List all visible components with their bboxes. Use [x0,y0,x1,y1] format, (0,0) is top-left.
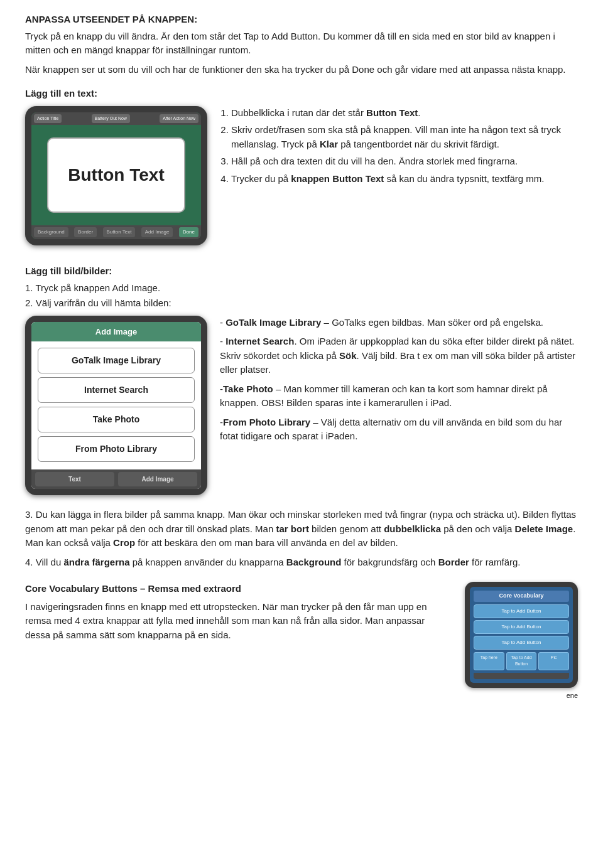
option-from-library[interactable]: From Photo Library [38,436,195,462]
bild-instruction-gotalk: - GoTalk Image Library – GoTalks egen bi… [220,316,578,330]
toolbar-btn-after: After Action New [160,114,198,124]
core-vocab-bottom-strip [474,673,569,679]
add-image-header: Add Image [31,322,201,342]
option-internet[interactable]: Internet Search [38,377,195,403]
core-vocab-btn-1: Tap to Add Button [474,604,569,618]
lagg-text-heading: Lägg till en text: [25,87,578,101]
core-vocab-btn-2: Tap to Add Button [474,620,569,634]
para2: När knappen ser ut som du vill och har d… [25,63,578,77]
bottom-btn-border: Border [74,227,97,237]
button-text-preview: Button Text [47,137,185,213]
bottom-btn-button-text: Button Text [103,227,136,237]
text-instruction-3: Håll på och dra texten dit du vill ha de… [231,154,578,169]
add-image-screen: Add Image GoTalk Image Library Internet … [31,322,201,490]
text-instructions: Dubbelklicka i rutan där det står Button… [220,106,578,191]
bottom-btn-done: Done [179,227,198,237]
add-image-options-list: GoTalk Image Library Internet Search Tak… [31,341,201,469]
ipad-screen-text: Action Title Battery Out Now After Actio… [31,112,201,240]
text-instruction-4: Trycker du på knappen Button Text så kan… [231,172,578,186]
toolbar-btn-battery: Battery Out Now [92,114,130,124]
lagg-bild-heading: Lägg till bild/bilder: [25,264,578,279]
bottom-add-image-btn[interactable]: Add Image [118,472,197,486]
ipad-content-area: Button Text [31,125,201,225]
para3: 3. Du kan lägga in flera bilder på samma… [25,508,578,550]
ipad-bottom-toolbar: Background Border Button Text Add Image … [31,225,201,239]
lagg-text-section: Action Title Battery Out Now After Actio… [25,106,578,246]
core-vocab-section: Core Vocabulary Buttons – Remsa med extr… [25,582,578,700]
core-vocab-row: Tap here Tap to Add Button Pic [474,652,569,670]
ipad-toolbar: Action Title Battery Out Now After Actio… [31,112,201,126]
bottom-text-btn[interactable]: Text [35,472,114,486]
core-vocab-pic: Pic [538,652,569,670]
ipad-mockup-text: Action Title Battery Out Now After Actio… [25,106,207,246]
core-vocab-heading: Core Vocabulary Buttons – Remsa med extr… [25,582,452,596]
core-vocab-btn-3: Tap to Add Button [474,636,569,650]
text-instruction-list: Dubbelklicka i rutan där det står Button… [231,106,578,186]
toolbar-btn-action: Action Title [34,114,62,124]
text-instruction-2: Skriv ordet/frasen som ska stå på knappe… [231,123,578,151]
bottom-btn-add-image: Add Image [141,227,173,237]
bottom-btn-background: Background [34,227,68,237]
para4: 4. Vill du ändra färgerna på knappen anv… [25,555,578,570]
lagg-bild-section: Lägg till bild/bilder: 1. Tryck på knapp… [25,264,578,495]
option-take-photo[interactable]: Take Photo [38,407,195,432]
bild-instruction-internet: - Internet Search. Om iPaden är uppkoppl… [220,335,578,377]
bild-layout: Add Image GoTalk Image Library Internet … [25,316,578,496]
option-gotalk[interactable]: GoTalk Image Library [38,348,195,373]
add-image-bottom-bar: Text Add Image [31,469,201,489]
text-instruction-1: Dubbelklicka i rutan där det står Button… [231,106,578,121]
para1: Tryck på en knapp du vill ändra. Är den … [25,29,578,58]
core-vocab-title-bar: Core Vocabulary [474,591,569,602]
core-vocab-image-area: Core Vocabulary Tap to Add Button Tap to… [465,582,578,700]
bild-instructions: - GoTalk Image Library – GoTalks egen bi… [220,316,578,449]
ene-label: ene [465,690,578,701]
core-vocab-tap-here: Tap here [474,652,504,670]
core-vocab-mockup: Core Vocabulary Tap to Add Button Tap to… [465,582,578,688]
core-vocab-screen: Core Vocabulary Tap to Add Button Tap to… [470,587,573,683]
bild-instruction-from-library: -From Photo Library – Välj detta alterna… [220,415,578,444]
button-text-label: Button Text [68,162,164,188]
core-vocab-tap-add: Tap to Add Button [506,652,537,670]
lagg-bild-intro2: 2. Välj varifrån du vill hämta bilden: [25,296,578,311]
add-image-mockup: Add Image GoTalk Image Library Internet … [25,316,207,496]
heading-anpassa: ANPASSA UTSEENDET PÅ KNAPPEN: [25,13,578,27]
lagg-bild-intro1: 1. Tryck på knappen Add Image. [25,281,578,296]
core-vocab-body: I navigeringsraden finns en knapp med et… [25,600,452,643]
core-vocab-text-area: Core Vocabulary Buttons – Remsa med extr… [25,582,452,700]
bild-instruction-take-photo: -Take Photo – Man kommer till kameran oc… [220,382,578,410]
